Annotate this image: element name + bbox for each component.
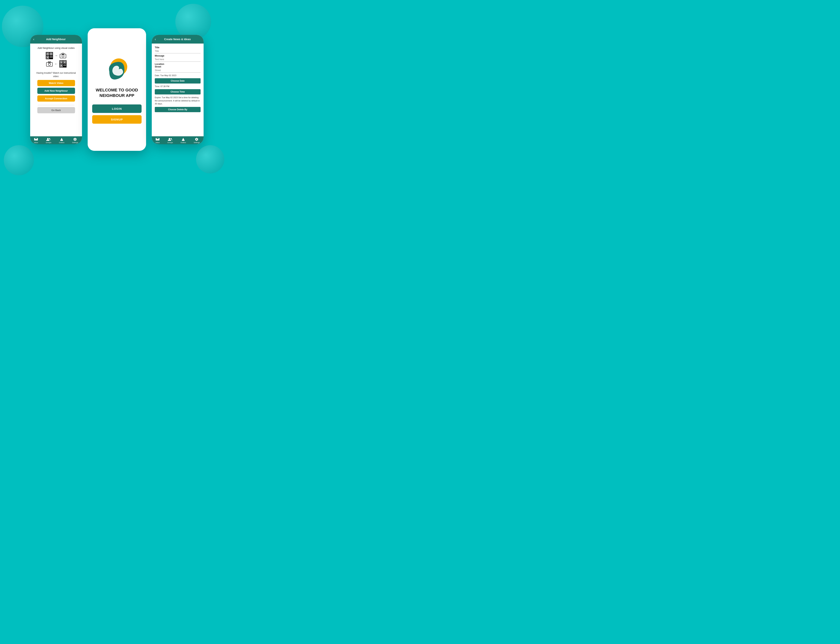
choose-date-button[interactable]: Choose Date [155, 78, 200, 84]
choose-time-button[interactable]: Choose Time [155, 89, 200, 94]
camera-icon-left [46, 60, 53, 67]
svg-rect-7 [51, 56, 51, 57]
trouble-text: Having trouble? Watch our instructional … [33, 71, 79, 78]
groups-icon-right [168, 138, 172, 141]
svg-rect-23 [61, 65, 62, 66]
svg-rect-6 [50, 56, 51, 57]
svg-rect-1 [47, 53, 48, 54]
back-arrow-left[interactable]: ‹ [33, 37, 34, 41]
choose-delete-button[interactable]: Choose Delete By [155, 107, 200, 112]
svg-rect-8 [50, 57, 51, 58]
bubble-bottom-left [4, 145, 34, 175]
svg-point-36 [196, 139, 197, 140]
nav-settings-label-right: Settings [194, 141, 200, 143]
left-body: Add Neighbour using visual codes [30, 44, 82, 136]
arrow-right-icon: → [54, 54, 58, 58]
svg-point-34 [169, 138, 170, 140]
svg-point-16 [48, 63, 51, 66]
phone-welcome: WELCOME TO GOOD NEIGHBOUR APP LOGIN SIGN… [88, 28, 146, 151]
svg-rect-11 [52, 57, 52, 58]
svg-rect-24 [64, 64, 64, 65]
svg-rect-10 [52, 56, 52, 57]
phones-container: ‹ Add Neighbour Add Neighbour using visu… [30, 28, 203, 151]
qr-code-icon-2 [59, 60, 67, 67]
nav-outbox-label-left: Outbox [59, 141, 64, 143]
signup-button[interactable]: SIGNUP [92, 115, 141, 124]
nav-outbox-left[interactable]: Outbox [59, 138, 64, 143]
title-input[interactable] [155, 49, 200, 53]
svg-rect-26 [64, 66, 64, 66]
qr-row-1: → [46, 52, 67, 59]
location-field-group: Location Street [155, 63, 200, 72]
nav-settings-label-left: Settings [72, 141, 78, 143]
svg-point-35 [171, 138, 172, 139]
svg-rect-27 [64, 66, 65, 66]
inbox-icon [34, 138, 38, 141]
nav-settings-left[interactable]: Settings [72, 138, 78, 143]
settings-icon [73, 138, 77, 141]
qr-row-2: ← [46, 60, 67, 67]
svg-point-13 [62, 55, 64, 57]
svg-rect-25 [64, 64, 65, 65]
svg-rect-29 [66, 66, 66, 66]
nav-inbox-label-left: Inbox [34, 141, 38, 143]
right-header: ‹ Create News & Ideas [152, 35, 203, 44]
go-back-button[interactable]: Go Back [37, 107, 75, 113]
svg-rect-21 [64, 62, 65, 63]
nav-groups-left[interactable]: Groups [46, 138, 51, 143]
app-logo [104, 57, 130, 83]
nav-inbox-left[interactable]: Inbox [34, 138, 38, 143]
watch-video-button[interactable]: Watch Video [37, 80, 75, 86]
title-field-group: Title [155, 46, 200, 53]
qr-code-icon [46, 52, 53, 59]
settings-icon-right [195, 138, 199, 141]
nav-groups-right[interactable]: Groups [167, 138, 173, 143]
right-header-title: Create News & Ideas [158, 38, 197, 41]
message-input[interactable] [155, 58, 200, 62]
svg-rect-9 [51, 57, 51, 58]
svg-rect-5 [47, 57, 48, 58]
phone-create-news: ‹ Create News & Ideas Title Message Loca… [152, 35, 203, 144]
login-button[interactable]: LOGIN [92, 104, 141, 113]
left-header-title: Add Neighbour [36, 38, 75, 41]
nav-outbox-label-right: Outbox [180, 141, 186, 143]
svg-point-31 [49, 138, 50, 139]
back-arrow-right[interactable]: ‹ [155, 37, 156, 41]
right-body: Title Message Location Street Date: Tue … [152, 44, 203, 136]
right-bottom-nav: Inbox Groups Outbox Setti [152, 136, 203, 144]
accept-connection-button[interactable]: Accept Connection [37, 95, 75, 102]
svg-point-32 [75, 139, 75, 140]
nav-inbox-label-right: Inbox [156, 141, 160, 143]
expire-block: Expire: Tue May 02 2023 Set a time for d… [155, 95, 200, 106]
nav-outbox-right[interactable]: Outbox [180, 138, 186, 143]
outbox-icon-right [181, 138, 185, 141]
welcome-title: WELCOME TO GOOD NEIGHBOUR APP [92, 87, 141, 98]
nav-inbox-right[interactable]: Inbox [156, 138, 160, 143]
title-label: Title [155, 46, 200, 49]
svg-rect-19 [61, 62, 62, 63]
location-label: Location Street [155, 63, 200, 68]
arrow-left-icon: ← [54, 62, 58, 66]
left-bottom-nav: Inbox Groups Outbox Setti [30, 136, 82, 144]
nav-groups-label-left: Groups [46, 141, 51, 143]
svg-point-30 [47, 138, 49, 140]
add-new-neighbour-button[interactable]: Add New Neighbour [37, 88, 75, 94]
street-input[interactable] [155, 68, 200, 72]
phone-add-neighbour: ‹ Add Neighbour Add Neighbour using visu… [30, 35, 82, 144]
camera-icon-right [59, 52, 67, 59]
nav-groups-label-right: Groups [167, 141, 173, 143]
time-display: Time: 07:38 PM [155, 85, 200, 88]
svg-rect-28 [66, 64, 66, 65]
inbox-icon-right [156, 138, 160, 141]
nav-settings-right[interactable]: Settings [194, 138, 200, 143]
date-display: Date: Tue May 02 2023 [155, 74, 200, 77]
left-header: ‹ Add Neighbour [30, 35, 82, 44]
outbox-icon [60, 138, 64, 141]
svg-rect-3 [51, 53, 52, 54]
message-label: Message [155, 54, 200, 57]
message-field-group: Message [155, 54, 200, 62]
center-body: WELCOME TO GOOD NEIGHBOUR APP LOGIN SIGN… [88, 28, 146, 151]
section-title: Add Neighbour using visual codes [38, 46, 75, 49]
groups-icon [46, 138, 51, 141]
